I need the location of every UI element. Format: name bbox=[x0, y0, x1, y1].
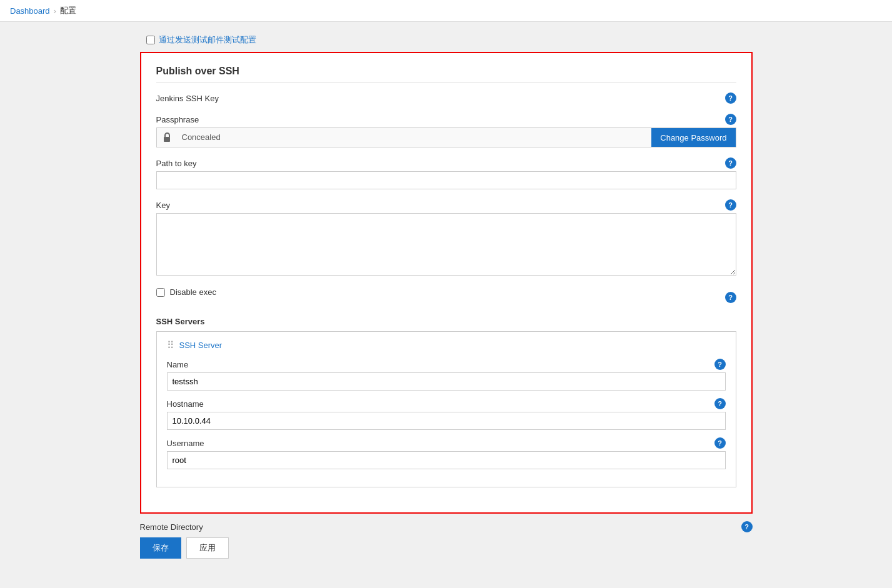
save-button[interactable]: 保存 bbox=[140, 537, 181, 559]
passphrase-value: Concealed bbox=[177, 128, 652, 147]
server-name-help-icon[interactable]: ? bbox=[714, 359, 726, 370]
main-panel: Publish over SSH Jenkins SSH Key ? Passp… bbox=[140, 52, 753, 514]
key-group: Key ? bbox=[156, 199, 736, 277]
key-label: Key bbox=[156, 201, 170, 210]
passphrase-group: Passphrase ? Concealed Change Password bbox=[156, 114, 736, 147]
passphrase-row: Concealed Change Password bbox=[156, 127, 736, 147]
server-hostname-group: Hostname ? bbox=[167, 398, 726, 430]
disable-exec-label: Disable exec bbox=[170, 287, 216, 297]
breadcrumb-arrow: › bbox=[54, 6, 56, 16]
breadcrumb-dashboard[interactable]: Dashboard bbox=[10, 6, 50, 16]
disable-exec-help-icon[interactable]: ? bbox=[725, 292, 736, 303]
passphrase-help-icon[interactable]: ? bbox=[725, 114, 736, 125]
remote-directory-label: Remote Directory bbox=[140, 522, 203, 532]
path-to-key-help-icon[interactable]: ? bbox=[725, 157, 736, 169]
jenkins-ssh-key-group: Jenkins SSH Key ? bbox=[156, 92, 736, 104]
server-hostname-label: Hostname bbox=[167, 399, 204, 409]
change-password-button[interactable]: Change Password bbox=[651, 128, 735, 147]
section-title: Publish over SSH bbox=[156, 66, 736, 82]
server-name-input[interactable] bbox=[167, 372, 726, 391]
server-username-group: Username ? bbox=[167, 437, 726, 469]
breadcrumb-bar: Dashboard › 配置 bbox=[0, 0, 892, 22]
breadcrumb-current: 配置 bbox=[60, 5, 76, 16]
passphrase-label: Passphrase bbox=[156, 115, 199, 124]
remote-directory-help-icon[interactable]: ? bbox=[741, 521, 753, 532]
ssh-servers-label: SSH Servers bbox=[156, 317, 736, 326]
ssh-server-header-label: SSH Server bbox=[179, 341, 223, 350]
server-username-label: Username bbox=[167, 439, 204, 448]
key-textarea[interactable] bbox=[156, 213, 736, 276]
server-username-input[interactable] bbox=[167, 451, 726, 469]
test-mail-label[interactable]: 通过发送测试邮件测试配置 bbox=[159, 34, 256, 46]
test-mail-checkbox[interactable] bbox=[146, 36, 155, 44]
path-to-key-label: Path to key bbox=[156, 159, 197, 168]
server-name-label: Name bbox=[167, 360, 189, 369]
action-buttons: 保存 应用 bbox=[140, 537, 753, 559]
page-content: 通过发送测试邮件测试配置 Publish over SSH Jenkins SS… bbox=[0, 22, 892, 566]
server-hostname-help-icon[interactable]: ? bbox=[714, 398, 726, 409]
path-to-key-input[interactable] bbox=[156, 171, 736, 189]
drag-handle-icon[interactable]: ⠿ bbox=[167, 339, 174, 351]
disable-exec-checkbox[interactable] bbox=[156, 288, 165, 297]
lock-icon bbox=[157, 128, 177, 147]
ssh-servers-group: SSH Servers ⠿ SSH Server Name ? bbox=[156, 317, 736, 487]
jenkins-ssh-key-help-icon[interactable]: ? bbox=[725, 92, 736, 104]
remote-directory-row: Remote Directory ? bbox=[140, 521, 753, 532]
disable-exec-row: Disable exec ? bbox=[156, 287, 736, 307]
server-hostname-input[interactable] bbox=[167, 412, 726, 430]
test-mail-row: 通过发送测试邮件测试配置 bbox=[140, 34, 753, 46]
server-name-group: Name ? bbox=[167, 359, 726, 391]
ssh-server-panel: ⠿ SSH Server Name ? Hostname ? bbox=[156, 331, 736, 487]
jenkins-ssh-key-label: Jenkins SSH Key bbox=[156, 94, 219, 103]
ssh-server-header: ⠿ SSH Server bbox=[167, 339, 726, 351]
path-to-key-group: Path to key ? bbox=[156, 157, 736, 189]
server-username-help-icon[interactable]: ? bbox=[714, 437, 726, 449]
disable-exec-checkbox-row: Disable exec bbox=[156, 287, 216, 297]
key-help-icon[interactable]: ? bbox=[725, 199, 736, 211]
svg-rect-0 bbox=[164, 137, 170, 142]
bottom-area: Remote Directory ? 保存 应用 bbox=[140, 514, 753, 566]
apply-button[interactable]: 应用 bbox=[186, 537, 229, 559]
